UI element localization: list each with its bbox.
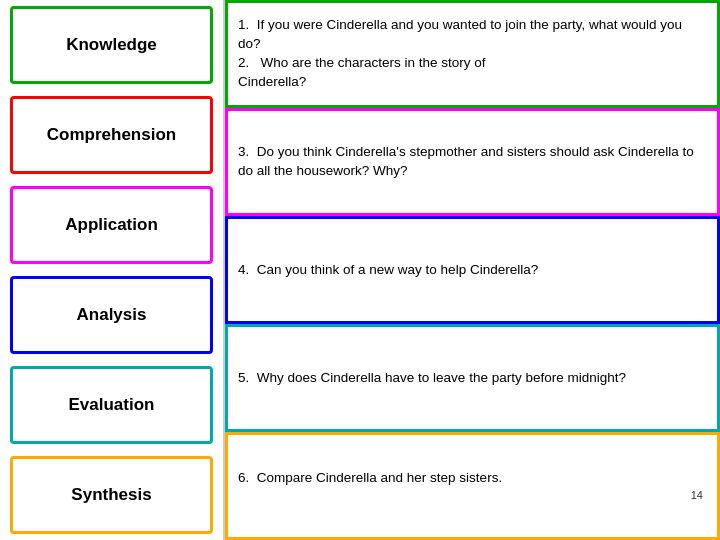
row3-text: 3. Do you think Cinderella's stepmother …	[238, 143, 707, 181]
sidebar-item-synthesis: Synthesis	[10, 456, 213, 534]
synthesis-label: Synthesis	[71, 485, 151, 505]
right-row-3: 3. Do you think Cinderella's stepmother …	[225, 108, 720, 216]
sidebar-item-comprehension: Comprehension	[10, 96, 213, 174]
right-row-1: 1. If you were Cinderella and you wanted…	[225, 0, 720, 108]
row1-text: 1. If you were Cinderella and you wanted…	[238, 16, 707, 92]
page-number: 14	[238, 488, 707, 503]
row6-text: 6. Compare Cinderella and her step siste…	[238, 469, 707, 488]
application-label: Application	[65, 215, 158, 235]
main-container: Knowledge Comprehension Application Anal…	[0, 0, 720, 540]
evaluation-label: Evaluation	[69, 395, 155, 415]
sidebar-item-analysis: Analysis	[10, 276, 213, 354]
knowledge-label: Knowledge	[66, 35, 157, 55]
row6-content: 6. Compare Cinderella and her step siste…	[238, 469, 707, 503]
row5-text: 5. Why does Cinderella have to leave the…	[238, 369, 707, 388]
sidebar-item-evaluation: Evaluation	[10, 366, 213, 444]
right-row-4: 4. Can you think of a new way to help Ci…	[225, 216, 720, 324]
right-panel: 1. If you were Cinderella and you wanted…	[225, 0, 720, 540]
sidebar-item-application: Application	[10, 186, 213, 264]
right-row-6: 6. Compare Cinderella and her step siste…	[225, 432, 720, 540]
left-panel: Knowledge Comprehension Application Anal…	[0, 0, 225, 540]
analysis-label: Analysis	[77, 305, 147, 325]
sidebar-item-knowledge: Knowledge	[10, 6, 213, 84]
comprehension-label: Comprehension	[47, 125, 176, 145]
right-row-5: 5. Why does Cinderella have to leave the…	[225, 324, 720, 432]
row4-text: 4. Can you think of a new way to help Ci…	[238, 261, 707, 280]
